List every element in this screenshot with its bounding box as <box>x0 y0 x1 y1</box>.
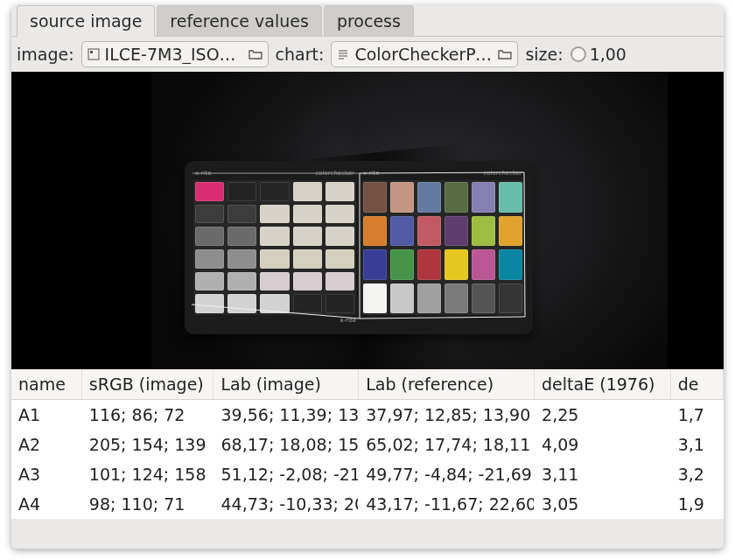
swatch <box>326 182 354 201</box>
swatch <box>444 216 468 247</box>
results-table: name sRGB (image) Lab (image) Lab (refer… <box>11 369 724 519</box>
cell-de76: 2,25 <box>535 400 671 430</box>
cell-name: A1 <box>11 400 81 430</box>
image-file-icon <box>88 48 100 60</box>
size-field[interactable]: 1,00 <box>570 45 626 64</box>
swatch <box>260 272 289 291</box>
swatch <box>293 205 322 224</box>
col-srgb[interactable]: sRGB (image) <box>81 369 214 400</box>
table-header-row: name sRGB (image) Lab (image) Lab (refer… <box>11 369 724 400</box>
tab-source-image[interactable]: source image <box>17 5 155 37</box>
size-label: size: <box>525 45 563 64</box>
cell-lab_img: 39,56; 11,39; 13,28 <box>214 400 359 430</box>
swatch <box>472 216 495 247</box>
swatch <box>260 205 289 224</box>
swatch <box>293 227 322 246</box>
swatch <box>499 284 522 314</box>
swatch <box>260 249 289 269</box>
folder-open-icon <box>248 48 262 60</box>
swatch <box>195 272 224 291</box>
passport-page-right: x-rite colorchecker <box>361 170 524 326</box>
image-picker-text: ILCE-7M3_ISO100_A... <box>105 45 243 64</box>
swatch <box>363 249 387 280</box>
image-picker[interactable]: ILCE-7M3_ISO100_A... <box>81 41 269 67</box>
swatch <box>293 249 322 269</box>
table-row[interactable]: A1116; 86; 7239,56; 11,39; 13,2837,97; 1… <box>11 400 724 430</box>
swatch <box>499 182 522 213</box>
swatch <box>444 182 468 213</box>
tab-bar: source image reference values process <box>11 5 724 37</box>
table-row[interactable]: A3101; 124; 15851,12; -2,08; -21,1849,77… <box>11 459 724 489</box>
col-name[interactable]: name <box>11 369 81 400</box>
cell-name: A4 <box>11 489 81 519</box>
image-preview[interactable]: x-rite colorchecker x-rite x-rite colorc… <box>11 72 724 369</box>
swatch <box>417 284 441 314</box>
table-row[interactable]: A2205; 154; 13968,17; 18,08; 15,5265,02;… <box>11 430 724 459</box>
chart-picker-text: ColorCheckerPassp... <box>354 45 493 64</box>
swatch <box>363 284 387 314</box>
cell-name: A3 <box>11 459 81 489</box>
swatch <box>228 249 256 269</box>
cell-lab_ref: 43,17; -11,67; 22,60 <box>359 489 535 519</box>
col-lab-image[interactable]: Lab (image) <box>214 369 359 400</box>
product-label: colorchecker <box>315 170 354 178</box>
cell-srgb: 116; 86; 72 <box>81 400 214 430</box>
tab-reference-values[interactable]: reference values <box>157 5 322 36</box>
size-radio-icon[interactable] <box>570 46 586 62</box>
swatch <box>417 182 441 213</box>
swatch <box>472 182 495 213</box>
cell-lab_img: 51,12; -2,08; -21,18 <box>214 459 359 489</box>
cell-lab_ref: 49,77; -4,84; -21,69 <box>359 459 535 489</box>
cell-de76: 4,09 <box>535 430 671 459</box>
svg-rect-1 <box>90 51 93 53</box>
swatch <box>195 249 224 269</box>
swatch <box>195 205 224 224</box>
swatch <box>228 294 256 313</box>
col-lab-reference[interactable]: Lab (reference) <box>359 369 535 400</box>
chart-label: chart: <box>276 45 325 64</box>
cell-last: 1,9 <box>670 489 723 519</box>
swatch <box>499 249 522 280</box>
cell-last: 3,2 <box>670 459 723 489</box>
product-label: colorchecker <box>483 170 522 178</box>
folder-open-icon <box>498 48 512 60</box>
swatch <box>390 284 414 314</box>
swatch <box>417 249 441 280</box>
swatch <box>326 227 354 246</box>
cell-last: 3,1 <box>670 430 723 459</box>
toolbar: image: ILCE-7M3_ISO100_A... chart: Color… <box>11 37 724 72</box>
col-deltae-1976[interactable]: deltaE (1976) <box>535 369 671 400</box>
col-extra[interactable]: de <box>670 369 723 400</box>
swatch <box>293 182 322 201</box>
swatch <box>228 272 256 291</box>
swatch <box>195 182 224 201</box>
cell-lab_img: 68,17; 18,08; 15,52 <box>214 430 359 459</box>
cell-de76: 3,05 <box>535 489 671 519</box>
swatch <box>390 249 414 280</box>
swatch <box>260 294 289 313</box>
swatch <box>444 284 468 314</box>
table-row[interactable]: A498; 110; 7144,73; -10,33; 20,3443,17; … <box>11 489 724 519</box>
chart-picker[interactable]: ColorCheckerPassp... <box>331 41 518 67</box>
swatch <box>363 216 387 247</box>
swatch <box>195 227 224 246</box>
cell-de76: 3,11 <box>535 459 671 489</box>
swatch <box>472 249 495 280</box>
brand-label: x-rite <box>340 317 356 326</box>
chart-file-icon <box>337 48 349 60</box>
colorchecker-passport: x-rite colorchecker x-rite x-rite colorc… <box>185 161 533 334</box>
cell-last: 1,7 <box>670 400 723 430</box>
swatch <box>228 205 256 224</box>
swatch <box>228 227 256 246</box>
swatch <box>444 249 468 280</box>
brand-label: x-rite <box>195 170 212 178</box>
cell-srgb: 98; 110; 71 <box>81 489 214 519</box>
cell-lab_ref: 65,02; 17,74; 18,11 <box>359 430 535 459</box>
swatch <box>326 249 354 269</box>
swatch <box>293 272 322 291</box>
tab-process[interactable]: process <box>324 5 414 36</box>
swatch <box>417 216 441 247</box>
swatch <box>390 216 414 247</box>
swatch <box>228 182 256 201</box>
swatch <box>472 284 495 314</box>
